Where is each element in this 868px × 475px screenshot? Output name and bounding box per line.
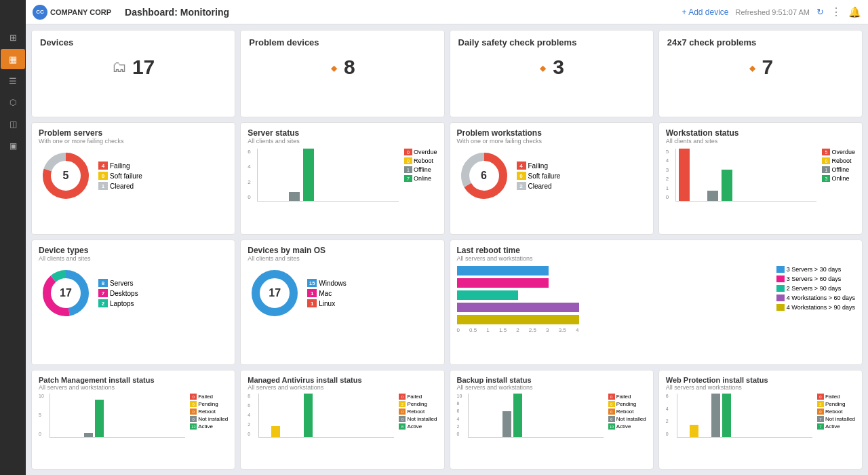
refresh-icon[interactable]: ↻ bbox=[816, 7, 824, 17]
device-types-legend: 8 Servers 7 Desktops 2 Laptops bbox=[98, 279, 138, 307]
last-reboot-subtitle: All servers and workstations bbox=[457, 255, 856, 262]
workstation-status-subtitle: All clients and sites bbox=[666, 138, 855, 145]
device-types-center: 17 bbox=[60, 287, 72, 299]
patch-management-subtitle: All servers and workstations bbox=[39, 384, 228, 391]
problem-workstations-title: Problem workstations bbox=[457, 128, 646, 138]
workstation-status-card: Workstation status All clients and sites… bbox=[658, 122, 863, 235]
devices-title: Devices bbox=[40, 37, 226, 48]
problem-workstations-subtitle: With one or more failing checks bbox=[457, 138, 646, 145]
backup-status-title: Backup install status bbox=[457, 376, 646, 384]
web-protection-subtitle: All servers and workstations bbox=[666, 384, 855, 391]
devices-by-os-subtitle: All clients and sites bbox=[248, 255, 437, 262]
managed-antivirus-subtitle: All servers and workstations bbox=[248, 384, 437, 391]
daily-safety-value: 3 bbox=[553, 56, 564, 79]
nodes-icon: ⬡ bbox=[9, 98, 16, 107]
server-status-subtitle: All clients and sites bbox=[248, 138, 437, 145]
problem-devices-warning-icon: ⬥ bbox=[330, 58, 338, 76]
more-menu-icon[interactable]: ⋮ bbox=[831, 5, 842, 18]
last-reboot-title: Last reboot time bbox=[457, 246, 856, 255]
sidebar-item-nodes[interactable]: ⬡ bbox=[1, 92, 25, 113]
sidebar-item-grid[interactable]: ⊞ bbox=[1, 27, 25, 48]
server-status-card: Server status All clients and sites 0246 bbox=[240, 122, 444, 235]
device-types-card: Device types All clients and sites bbox=[31, 240, 235, 365]
devices-folder-icon: 🗂 bbox=[112, 58, 127, 76]
sidebar-item-monitor[interactable]: ◫ bbox=[1, 114, 25, 134]
company-logo: CC COMPANY CORP bbox=[33, 5, 111, 20]
server-status-title: Server status bbox=[248, 128, 437, 138]
sidebar: ⊞ ▦ ☰ ⬡ ◫ ▣ bbox=[0, 0, 26, 475]
company-name: COMPANY CORP bbox=[50, 8, 111, 16]
problem-workstations-card: Problem workstations With one or more fa… bbox=[450, 122, 654, 235]
filter-icon: ☰ bbox=[9, 76, 17, 86]
problem-devices-title: Problem devices bbox=[249, 37, 435, 48]
sidebar-item-filter[interactable]: ☰ bbox=[1, 71, 25, 91]
topbar: CC COMPANY CORP Dashboard: Monitoring + … bbox=[26, 0, 868, 24]
page-title: Dashboard: Monitoring bbox=[118, 7, 675, 18]
managed-antivirus-title: Managed Antivirus install status bbox=[248, 376, 437, 384]
daily-safety-card: Daily safety check problems ⬥ 3 bbox=[450, 30, 654, 117]
patch-management-card: Patch Management install status All serv… bbox=[31, 370, 235, 470]
devices-by-os-center: 17 bbox=[269, 287, 281, 299]
devices-by-os-card: Devices by main OS All clients and sites bbox=[240, 240, 444, 365]
device-types-title: Device types bbox=[39, 246, 228, 255]
backup-status-card: Backup install status All servers and wo… bbox=[450, 370, 654, 470]
grid-icon: ⊞ bbox=[9, 33, 17, 43]
problem-servers-title: Problem servers bbox=[39, 128, 228, 138]
devices-by-os-legend: 15 Windows 1 Mac 1 Linux bbox=[307, 279, 347, 307]
patch-management-title: Patch Management install status bbox=[39, 376, 228, 384]
problem-devices-value: 8 bbox=[344, 56, 355, 79]
devices-card: Devices 🗂 17 bbox=[31, 30, 235, 117]
check-24x7-card: 24x7 check problems ⬥ 7 bbox=[658, 30, 863, 117]
refresh-info: Refreshed 9:51:07 AM bbox=[736, 8, 810, 16]
managed-antivirus-card: Managed Antivirus install status All ser… bbox=[240, 370, 444, 470]
sidebar-item-dashboard[interactable]: ▦ bbox=[1, 49, 25, 69]
monitor-icon: ◫ bbox=[9, 119, 17, 129]
devices-by-os-title: Devices by main OS bbox=[248, 246, 437, 255]
problem-servers-subtitle: With one or more failing checks bbox=[39, 138, 228, 145]
check-24x7-title: 24x7 check problems bbox=[667, 37, 854, 48]
web-protection-title: Web Protection install status bbox=[666, 376, 855, 384]
daily-safety-title: Daily safety check problems bbox=[458, 37, 645, 48]
check-24x7-warning-icon: ⬥ bbox=[748, 58, 757, 76]
dashboard-grid: Devices 🗂 17 Problem devices ⬥ 8 Daily s… bbox=[26, 24, 868, 475]
daily-safety-warning-icon: ⬥ bbox=[538, 58, 547, 76]
dashboard-icon: ▦ bbox=[9, 54, 17, 64]
last-reboot-card: Last reboot time All servers and worksta… bbox=[450, 240, 863, 365]
notification-icon[interactable]: 🔔 bbox=[848, 6, 861, 18]
display-icon: ▣ bbox=[9, 141, 17, 151]
devices-value: 17 bbox=[132, 56, 155, 79]
add-device-button[interactable]: + Add device bbox=[682, 7, 728, 17]
last-reboot-legend: 3 Servers > 30 days 3 Servers > 60 days … bbox=[776, 266, 855, 333]
problem-servers-center: 5 bbox=[63, 170, 69, 182]
problem-devices-card: Problem devices ⬥ 8 bbox=[240, 30, 444, 117]
sidebar-item-display[interactable]: ▣ bbox=[1, 136, 25, 156]
workstation-status-title: Workstation status bbox=[666, 128, 855, 138]
web-protection-card: Web Protection install status All server… bbox=[658, 370, 863, 470]
device-types-subtitle: All clients and sites bbox=[39, 255, 228, 262]
check-24x7-value: 7 bbox=[762, 56, 774, 79]
problem-workstations-center: 6 bbox=[481, 170, 487, 182]
backup-status-subtitle: All servers and workstations bbox=[457, 384, 646, 391]
problem-workstations-legend: 4 Failing 0 Soft failure 2 Cleared bbox=[517, 162, 561, 190]
problem-servers-card: Problem servers With one or more failing… bbox=[31, 122, 235, 235]
problem-servers-legend: 4 Failing 0 Soft failure 1 Cleared bbox=[98, 162, 142, 190]
